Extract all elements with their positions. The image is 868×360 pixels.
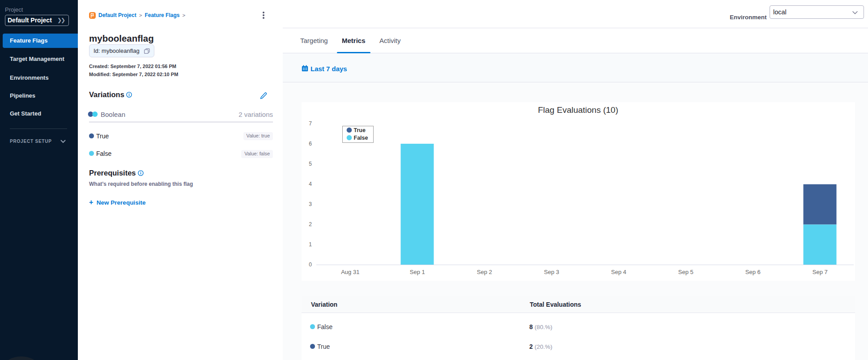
svg-text:5: 5 (309, 161, 312, 167)
svg-text:Sep 6: Sep 6 (745, 269, 761, 275)
svg-text:Sep 5: Sep 5 (678, 269, 694, 275)
svg-text:0: 0 (309, 261, 312, 268)
svg-text:Flag Evaluations (10): Flag Evaluations (10) (538, 105, 618, 115)
svg-text:Sep 7: Sep 7 (813, 269, 828, 275)
svg-text:Sep 3: Sep 3 (544, 269, 559, 275)
svg-text:6: 6 (309, 141, 312, 147)
svg-text:Aug 31: Aug 31 (341, 269, 359, 275)
svg-text:3: 3 (309, 201, 312, 207)
svg-text:True: True (354, 127, 366, 133)
svg-text:Sep 2: Sep 2 (477, 269, 492, 275)
svg-text:2: 2 (309, 221, 312, 227)
svg-text:7: 7 (309, 120, 312, 127)
svg-text:False: False (354, 135, 368, 141)
svg-text:Sep 4: Sep 4 (611, 269, 626, 275)
svg-text:1: 1 (309, 241, 312, 248)
svg-text:4: 4 (309, 181, 312, 187)
svg-text:Sep 1: Sep 1 (410, 269, 425, 275)
